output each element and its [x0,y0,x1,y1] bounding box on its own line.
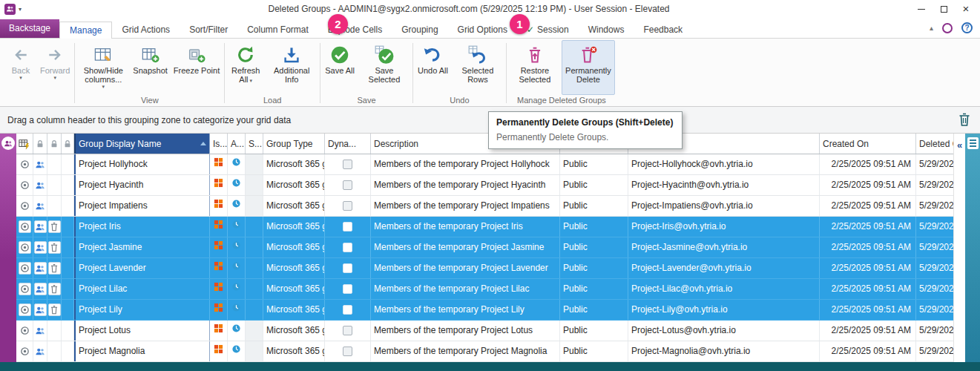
row-trash-icon[interactable] [48,220,61,233]
cell-delete-action[interactable] [47,154,62,174]
tab-grid-options[interactable]: Grid Options [448,22,517,38]
lock-column-header[interactable] [33,134,47,154]
cell-description[interactable]: Members of the temporary Project Lavende… [371,258,560,278]
cell-delete-action[interactable] [47,258,62,278]
cell-group-type[interactable]: Microsoft 365 group [263,154,325,174]
cell-delete-action[interactable] [47,321,62,341]
forward-button[interactable]: Forward ▾ [37,40,73,95]
dynamic-membership-checkbox[interactable] [343,201,352,211]
members-icon[interactable] [34,303,47,316]
cell-members[interactable] [33,341,47,361]
cell-created-on[interactable]: 2/25/2025 09:51 AM [820,341,916,361]
help-icon[interactable]: ? [961,22,973,33]
account-icon[interactable] [942,23,953,33]
cell-s[interactable] [246,341,263,361]
restore-selected-button[interactable]: Restore Selected [508,40,562,95]
cell-privacy[interactable]: Public [560,154,628,174]
cell-row-state[interactable] [16,341,33,361]
cell-description[interactable]: Members of the temporary Project Lilac [371,279,560,299]
cell-description[interactable]: Members of the temporary Project Lotus [371,321,560,341]
cell-dynamic-membership[interactable] [325,258,371,278]
cell-members[interactable] [33,237,47,257]
dynamic-membership-checkbox[interactable] [343,243,352,252]
cell-group-type[interactable]: Microsoft 365 group [263,175,325,195]
table-row[interactable]: Project Jasmine Microsoft 365 group Memb… [16,237,953,258]
cell-is[interactable] [210,258,228,278]
header-s[interactable]: S... [246,134,263,154]
back-dropdown-caret[interactable]: ▾ [19,75,22,81]
app-icon[interactable] [4,4,16,15]
cell-a[interactable] [228,279,246,299]
cell-description[interactable]: Members of the temporary Project Impatie… [371,196,560,216]
cell-s[interactable] [246,154,263,174]
cell-dynamic-membership[interactable] [325,237,371,257]
row-visibility-icon[interactable] [19,158,31,171]
members-icon[interactable] [34,158,47,171]
table-row[interactable]: Project Magnolia Microsoft 365 group Mem… [16,341,953,362]
row-visibility-icon[interactable] [19,220,31,233]
header-is[interactable]: Is... [210,134,228,154]
members-icon[interactable] [34,262,47,275]
tab-windows[interactable]: Windows [579,22,634,38]
refresh-all-button[interactable]: Refresh All▾ [226,40,265,95]
cell-privacy[interactable]: Public [560,341,628,361]
cell-group-display-name[interactable]: Project Lavender [74,258,210,278]
dynamic-membership-checkbox[interactable] [343,284,352,294]
table-row[interactable]: Project Iris Microsoft 365 group Members… [16,217,953,237]
dynamic-membership-checkbox[interactable] [343,347,352,356]
show-hide-dropdown-caret[interactable]: ▾ [102,84,105,90]
cell-delete-action[interactable] [47,217,62,237]
cell-dynamic-membership[interactable] [325,217,371,237]
cell-delete-action[interactable] [47,341,62,361]
cell-is[interactable] [210,237,228,257]
cell-created-on[interactable]: 2/25/2025 09:51 AM [820,196,916,216]
cell-created-on[interactable]: 2/25/2025 09:51 AM [820,237,916,257]
grid-tools-header[interactable] [16,134,33,154]
cell-is[interactable] [210,196,228,216]
cell-s[interactable] [246,196,263,216]
cell-is[interactable] [210,321,228,341]
cell-row-state[interactable] [16,217,33,237]
table-row[interactable]: Project Lilac Microsoft 365 group Member… [16,279,953,300]
cell-deleted-on[interactable]: 5/29/2025 [916,175,953,195]
snapshot-button[interactable]: Snapshot [130,40,170,95]
cell-row-state[interactable] [16,258,33,278]
cell-s[interactable] [246,300,263,320]
header-dynamic[interactable]: Dyna... [325,134,371,154]
dynamic-membership-checkbox[interactable] [343,180,352,190]
cell-s[interactable] [246,321,263,341]
cell-dynamic-membership[interactable] [325,300,371,320]
cell-created-on[interactable]: 2/25/2025 09:51 AM [820,217,916,237]
cell-deleted-on[interactable]: 5/29/2025 [916,196,953,216]
cell-deleted-on[interactable]: 5/29/2025 [916,300,953,320]
cell-s[interactable] [246,279,263,299]
cell-members[interactable] [33,217,47,237]
maximize-button[interactable] [938,4,949,14]
cell-is[interactable] [210,279,228,299]
cell-email[interactable]: Project-Lilac@ovh.ytria.io [628,279,820,299]
members-icon[interactable] [34,324,47,337]
table-row[interactable]: Project Lavender Microsoft 365 group Mem… [16,258,953,279]
cell-description[interactable]: Members of the temporary Project Magnoli… [371,341,560,361]
cell-group-display-name[interactable]: Project Jasmine [74,237,210,257]
cell-dynamic-membership[interactable] [325,321,371,341]
back-button[interactable]: Back ▾ [4,40,37,95]
cell-privacy[interactable]: Public [560,175,628,195]
header-a[interactable]: A... [228,134,246,154]
cell-delete-action[interactable] [47,279,62,299]
cell-delete-action[interactable] [47,300,62,320]
cell-email[interactable]: Project-Hollyhock@ovh.ytria.io [628,154,820,174]
table-row[interactable]: Project Lily Microsoft 365 group Members… [16,300,953,321]
cell-group-type[interactable]: Microsoft 365 group [263,258,325,278]
table-row[interactable]: Project Lotus Microsoft 365 group Member… [16,321,953,341]
header-created-on[interactable]: Created On [820,134,916,154]
cell-group-display-name[interactable]: Project Hollyhock [74,154,210,174]
row-visibility-icon[interactable] [19,262,31,275]
row-visibility-icon[interactable] [19,179,31,191]
collapse-panel-chevron-icon[interactable]: « [957,139,962,151]
table-row[interactable]: Project Hyacinth Microsoft 365 group Mem… [16,175,953,196]
cell-created-on[interactable]: 2/25/2025 09:51 AM [820,258,916,278]
dynamic-membership-checkbox[interactable] [343,160,352,169]
cell-row-state[interactable] [16,154,33,174]
cell-delete-action[interactable] [47,175,62,195]
